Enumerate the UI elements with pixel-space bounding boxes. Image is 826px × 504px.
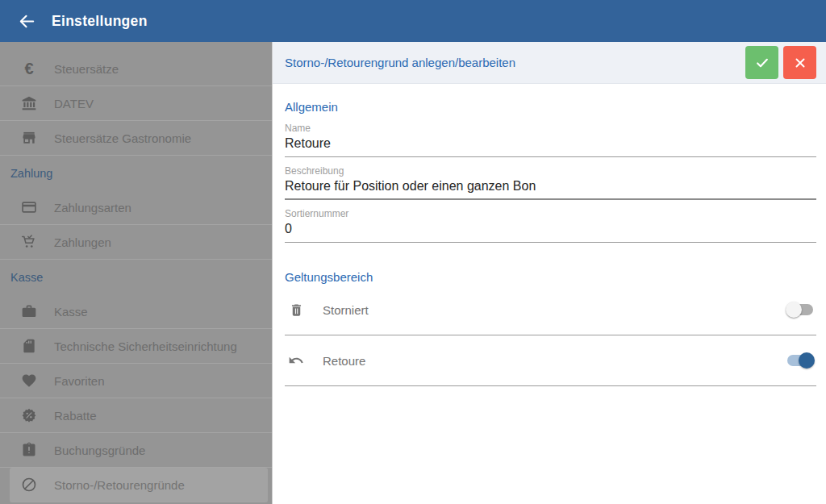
sidebar-item-buchungsgruende[interactable]: Buchungsgründe: [0, 433, 272, 468]
arrow-back-icon: [18, 12, 36, 31]
dialog-title: Storno-/Retourengrund anlegen/bearbeiten: [285, 56, 745, 69]
page-title: Einstellungen: [52, 13, 148, 30]
toggle-label: Retoure: [323, 354, 365, 368]
field-label: Beschreibung: [285, 165, 816, 177]
sidebar-item-label: Favoriten: [54, 374, 105, 388]
euro-icon: €: [20, 60, 38, 77]
sidebar-item-label: Zahlungen: [54, 235, 111, 249]
sidebar-item-label: Buchungsgründe: [54, 444, 145, 457]
cart-check-icon: [20, 233, 38, 251]
dialog-header: Storno-/Retourengrund anlegen/bearbeiten: [273, 42, 826, 84]
field-sortiernummer: Sortiernummer: [285, 208, 816, 243]
sidebar-item-steuersaetze-gastronomie[interactable]: Steuersätze Gastronomie: [0, 121, 272, 156]
beschreibung-input[interactable]: [285, 177, 816, 200]
undo-icon: [287, 352, 305, 369]
sidebar-section-kasse: Kasse: [0, 260, 272, 294]
close-icon: [793, 56, 807, 70]
sidebar-item-tse[interactable]: Technische Sicherheitseinrichtung: [0, 329, 272, 364]
field-name: Name: [285, 123, 816, 157]
sidebar-item-zahlungen[interactable]: Zahlungen: [0, 225, 272, 260]
sidebar-item-favoriten[interactable]: Favoriten: [0, 364, 272, 398]
section-title-allgemein: Allgemein: [285, 100, 816, 115]
sidebar-item-label: Rabatte: [54, 409, 97, 423]
sidebar-item-kasse[interactable]: Kasse: [0, 294, 272, 329]
sortiernummer-input[interactable]: [285, 219, 816, 243]
sidebar-item-label: Steuersätze: [54, 62, 119, 76]
confirm-button[interactable]: [745, 46, 778, 79]
sidebar-item-zahlungsarten[interactable]: Zahlungsarten: [0, 190, 272, 225]
name-input[interactable]: [285, 134, 816, 157]
sidebar-item-label: DATEV: [54, 97, 94, 110]
sidebar-item-label: Kasse: [54, 305, 88, 319]
sidebar-item-label: Steuersätze Gastronomie: [54, 131, 191, 145]
credit-card-icon: [20, 198, 38, 216]
sidebar-item-storno-retourengruende[interactable]: Storno-/Retourengründe: [10, 468, 268, 502]
discount-icon: [20, 406, 38, 424]
edit-panel: Storno-/Retourengrund anlegen/bearbeiten…: [272, 42, 826, 504]
top-app-bar: Einstellungen: [0, 0, 826, 42]
storniert-toggle[interactable]: [786, 302, 815, 318]
toggle-knob: [799, 352, 815, 369]
sd-card-icon: [20, 337, 38, 355]
block-icon: [20, 476, 38, 494]
sidebar-item-label: Storno-/Retourengründe: [54, 478, 185, 492]
settings-app-window: Einstellungen € Steuersätze DATEV: [0, 0, 826, 504]
cancel-button[interactable]: [783, 46, 816, 79]
back-button[interactable]: [17, 11, 36, 31]
field-label: Sortiernummer: [285, 208, 816, 219]
check-icon: [754, 55, 770, 71]
heart-icon: [20, 372, 38, 389]
clipboard-alert-icon: [20, 441, 38, 459]
toggle-label: Storniert: [323, 303, 369, 317]
sidebar-item-label: Zahlungsarten: [54, 201, 131, 215]
toggle-knob: [786, 302, 802, 318]
sidebar-item-rabatte[interactable]: Rabatte: [0, 398, 272, 433]
sidebar-item-datev[interactable]: DATEV: [0, 86, 272, 121]
sidebar-item-steuersaetze[interactable]: € Steuersätze: [0, 52, 272, 86]
retoure-toggle[interactable]: [786, 352, 815, 369]
edit-form: Allgemein Name Beschreibung Sortiernumme…: [273, 100, 826, 386]
field-label: Name: [285, 123, 816, 134]
section-title-geltungsbereich: Geltungsbereich: [285, 270, 816, 285]
sidebar-section-zahlung: Zahlung: [0, 156, 272, 190]
toggle-row-retoure: Retoure: [285, 335, 816, 386]
sidebar-item-label: Technische Sicherheitseinrichtung: [54, 339, 237, 353]
trash-icon: [287, 301, 305, 319]
toggle-row-storniert: Storniert: [285, 285, 816, 335]
store-icon: [20, 129, 38, 147]
settings-sidebar: € Steuersätze DATEV: [0, 42, 272, 504]
field-beschreibung: Beschreibung: [285, 165, 816, 200]
bank-icon: [20, 94, 38, 112]
briefcase-icon: [20, 302, 38, 320]
